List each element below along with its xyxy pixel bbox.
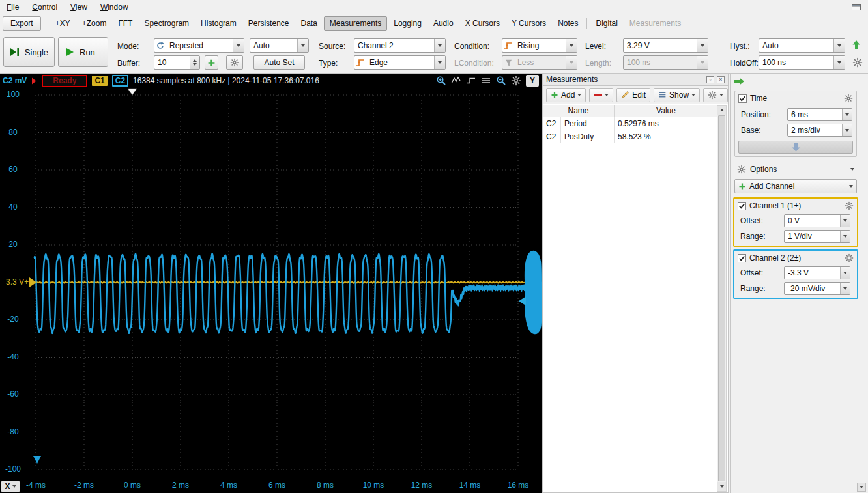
y-axis-panel-button[interactable]: Y — [526, 75, 539, 87]
zoom-signal-icon[interactable] — [451, 76, 461, 86]
tab-add-xy[interactable]: +XY — [50, 16, 76, 31]
menu-file[interactable]: File — [7, 3, 19, 12]
trigger-level-marker[interactable] — [519, 296, 526, 305]
type-label: Type: — [319, 59, 338, 68]
measurement-value: 0.52976 ms — [615, 117, 717, 130]
tab-persistence[interactable]: Persistence — [243, 16, 295, 31]
zoom-in-icon[interactable] — [436, 76, 446, 86]
apply-down-button[interactable] — [738, 141, 853, 154]
measurement-row[interactable]: C2PosDuty58.523 % — [543, 130, 717, 143]
condition-select[interactable]: Rising — [502, 38, 577, 53]
level-select[interactable]: 3.29 V — [623, 38, 708, 53]
base-select[interactable]: 2 ms/div — [787, 124, 852, 137]
menu-window[interactable]: Window — [100, 3, 128, 12]
channel1-checkbox[interactable] — [738, 202, 746, 210]
trigger-up-arrow-icon[interactable] — [851, 40, 861, 51]
tab-spectrogram[interactable]: Spectrogram — [139, 16, 194, 31]
mode-select[interactable]: Repeated — [154, 38, 244, 53]
add-measurement-button[interactable]: Add — [546, 88, 586, 102]
auto-set-button[interactable]: Auto Set — [253, 55, 305, 70]
edit-measurement-button[interactable]: Edit — [616, 88, 650, 102]
tab-histogram[interactable]: Histogram — [195, 16, 242, 31]
scrollbar-down-icon[interactable] — [717, 482, 726, 491]
menu-control[interactable]: Control — [32, 3, 57, 12]
type-select[interactable]: Edge — [354, 55, 446, 70]
channel2-offset-marker[interactable] — [33, 456, 41, 464]
x-axis-tick-label: 14 ms — [454, 481, 486, 490]
trigger-settings-gear-icon[interactable] — [852, 57, 863, 68]
panel-scroll-down-icon[interactable] — [857, 483, 866, 492]
channel1-toggle-button[interactable]: C1 — [92, 76, 107, 86]
source-select[interactable]: Channel 2 — [354, 38, 446, 53]
channel2-settings-gear-icon[interactable] — [845, 253, 854, 262]
x-axis-panel-button[interactable]: X — [1, 481, 20, 492]
zoom-edge-icon[interactable] — [466, 76, 476, 86]
options-dropdown[interactable]: Options — [734, 162, 857, 176]
tab-separator — [586, 18, 587, 29]
time-checkbox[interactable] — [738, 94, 747, 103]
holdoff-select[interactable]: 100 ns — [759, 55, 845, 70]
run-button[interactable]: Run — [58, 37, 108, 67]
collapse-panel-arrow-icon[interactable] — [734, 76, 745, 87]
type-select-arrow — [434, 56, 445, 69]
repeat-icon — [156, 41, 165, 50]
tab-fft[interactable]: FFT — [113, 16, 137, 31]
plot-settings-gear-icon[interactable] — [511, 76, 521, 86]
channel1-range-select[interactable]: 1 V/div — [784, 230, 850, 243]
buffer-add-button[interactable] — [205, 55, 218, 70]
trigger-position-marker[interactable] — [128, 89, 137, 95]
single-icon — [10, 47, 20, 57]
buffer-spinner[interactable] — [190, 56, 199, 69]
rising-edge-icon — [504, 41, 513, 50]
x-axis-tick-label: 8 ms — [309, 481, 341, 490]
tab-export[interactable]: Export — [3, 16, 41, 31]
close-panel-icon[interactable]: × — [717, 76, 725, 83]
time-settings-gear-icon[interactable] — [844, 94, 853, 103]
zoom-fit-icon[interactable] — [481, 76, 491, 86]
hysteresis-select[interactable]: Auto — [759, 38, 845, 53]
channel1-settings-gear-icon[interactable] — [845, 201, 854, 210]
buffer-settings-button[interactable] — [226, 55, 243, 70]
tab-measurements[interactable]: Measurements — [324, 16, 387, 31]
single-button[interactable]: Single — [3, 37, 55, 67]
tab-add-zoom[interactable]: +Zoom — [77, 16, 112, 31]
show-measurement-button[interactable]: Show — [654, 88, 700, 102]
menu-view[interactable]: View — [70, 3, 87, 12]
tab-audio[interactable]: Audio — [428, 16, 459, 31]
window-icon[interactable] — [851, 2, 861, 12]
buffer-input[interactable]: 10 — [154, 55, 200, 70]
show-measurement-label: Show — [669, 91, 689, 100]
tab-x-cursors[interactable]: X Cursors — [460, 16, 505, 31]
lcondition-label: LCondition: — [454, 59, 494, 68]
tab-data[interactable]: Data — [295, 16, 322, 31]
time-group-label: Time — [750, 94, 767, 103]
remove-measurement-button[interactable] — [589, 88, 613, 102]
measurements-scrollbar[interactable] — [717, 105, 727, 492]
channel1-offset-value: 0 V — [785, 216, 840, 225]
add-channel-dropdown[interactable]: Add Channel — [734, 179, 857, 193]
tab-digital[interactable]: Digital — [590, 16, 622, 31]
measurements-title: Measurements — [546, 75, 598, 84]
zoom-out-icon[interactable] — [496, 76, 506, 86]
trigger-mode-select[interactable]: Auto — [250, 38, 309, 53]
measurement-settings-button[interactable] — [703, 88, 728, 102]
channel1-group: Channel 1 (1±) Offset: 0 V Range: 1 V/di… — [733, 197, 858, 247]
undock-panel-icon[interactable]: ▫ — [706, 76, 714, 83]
scrollbar-thumb[interactable] — [718, 115, 725, 481]
channel2-checkbox[interactable] — [738, 254, 746, 262]
hysteresis-label: Hyst.: — [730, 42, 750, 51]
position-select[interactable]: 6 ms — [787, 108, 852, 121]
tab-notes[interactable]: Notes — [553, 16, 583, 31]
channel2-offset-select[interactable]: -3.3 V — [784, 266, 850, 279]
measurement-row[interactable]: C2Period0.52976 ms — [543, 117, 717, 130]
tab-y-cursors[interactable]: Y Cursors — [506, 16, 551, 31]
y-axis-tick-label: 100 — [0, 90, 26, 99]
y-axis-channel-label[interactable]: C2 mV — [3, 76, 27, 85]
channel2-toggle-button[interactable]: C2 — [112, 75, 128, 87]
tab-logging[interactable]: Logging — [388, 16, 427, 31]
channel1-offset-select[interactable]: 0 V — [784, 214, 850, 227]
channel2-range-label: Range: — [740, 284, 766, 293]
waveform-plot[interactable] — [0, 88, 542, 479]
channel2-range-select[interactable]: 20 mV/div — [784, 282, 850, 295]
scrollbar-up-icon[interactable] — [717, 106, 726, 115]
